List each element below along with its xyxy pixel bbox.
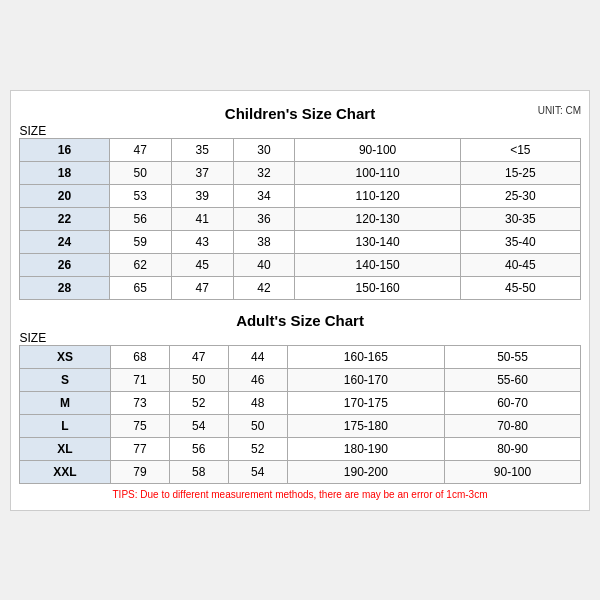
table-cell: 53 [109,184,171,207]
table-cell: 38 [233,230,295,253]
table-cell: XL [20,437,111,460]
table-cell: 71 [110,368,169,391]
table-cell: 160-170 [287,368,444,391]
table-row: XXL795854190-20090-100 [20,460,581,483]
table-cell: XS [20,345,111,368]
table-cell: 32 [233,161,295,184]
adult-header-row: SIZE [20,331,581,346]
table-cell: 42 [233,276,295,299]
table-cell: 75 [110,414,169,437]
table-cell: 54 [228,460,287,483]
table-cell: 160-165 [287,345,444,368]
children-section-title: Children's Size Chart UNIT: CM [19,99,581,124]
table-cell: 45 [171,253,233,276]
table-cell: 28 [20,276,110,299]
table-cell: 46 [228,368,287,391]
table-row: L755450175-18070-80 [20,414,581,437]
table-cell: 60-70 [445,391,581,414]
table-cell: 40-45 [460,253,580,276]
table-cell: 90-100 [295,138,460,161]
table-cell: 26 [20,253,110,276]
table-cell: 140-150 [295,253,460,276]
children-size-table: SIZE 1647353090-100<1518503732100-11015-… [19,124,581,300]
table-cell: 58 [169,460,228,483]
table-cell: S [20,368,111,391]
table-cell: 110-120 [295,184,460,207]
table-cell: 39 [171,184,233,207]
table-cell: 43 [171,230,233,253]
table-row: S715046160-17055-60 [20,368,581,391]
table-cell: 34 [233,184,295,207]
table-cell: 30 [233,138,295,161]
table-cell: 70-80 [445,414,581,437]
table-cell: 48 [228,391,287,414]
table-row: 28654742150-16045-50 [20,276,581,299]
adult-size-table: SIZE XS684744160-16550-55S715046160-1705… [19,331,581,484]
table-row: 18503732100-11015-25 [20,161,581,184]
tips-text: TIPS: Due to different measurement metho… [19,484,581,502]
table-cell: 18 [20,161,110,184]
table-cell: 62 [109,253,171,276]
table-cell: 180-190 [287,437,444,460]
table-cell: 100-110 [295,161,460,184]
table-cell: XXL [20,460,111,483]
table-cell: 120-130 [295,207,460,230]
table-row: 20533934110-12025-30 [20,184,581,207]
table-cell: 80-90 [445,437,581,460]
table-cell: 35 [171,138,233,161]
table-cell: 50 [169,368,228,391]
children-title-text: Children's Size Chart [225,105,375,122]
table-cell: 54 [169,414,228,437]
table-cell: 59 [109,230,171,253]
table-cell: 35-40 [460,230,580,253]
table-cell: 37 [171,161,233,184]
table-cell: 56 [169,437,228,460]
table-cell: L [20,414,111,437]
table-cell: 50 [228,414,287,437]
table-cell: 73 [110,391,169,414]
table-cell: 25-30 [460,184,580,207]
table-row: XL775652180-19080-90 [20,437,581,460]
table-row: 22564136120-13030-35 [20,207,581,230]
table-cell: 90-100 [445,460,581,483]
table-cell: 16 [20,138,110,161]
table-cell: 50-55 [445,345,581,368]
table-cell: M [20,391,111,414]
table-cell: 55-60 [445,368,581,391]
table-cell: 44 [228,345,287,368]
table-cell: 47 [169,345,228,368]
adult-section-title: Adult's Size Chart [19,306,581,331]
table-cell: 130-140 [295,230,460,253]
table-row: XS684744160-16550-55 [20,345,581,368]
table-cell: 40 [233,253,295,276]
table-cell: 30-35 [460,207,580,230]
table-cell: 36 [233,207,295,230]
table-cell: 22 [20,207,110,230]
table-cell: 65 [109,276,171,299]
table-cell: 15-25 [460,161,580,184]
table-cell: 24 [20,230,110,253]
table-cell: 47 [109,138,171,161]
table-cell: 50 [109,161,171,184]
children-header-row: SIZE [20,124,581,139]
table-cell: 52 [169,391,228,414]
table-cell: 45-50 [460,276,580,299]
table-row: 26624540140-15040-45 [20,253,581,276]
table-row: 1647353090-100<15 [20,138,581,161]
table-cell: 56 [109,207,171,230]
table-cell: 77 [110,437,169,460]
table-cell: 41 [171,207,233,230]
table-cell: 190-200 [287,460,444,483]
table-cell: 47 [171,276,233,299]
table-cell: 170-175 [287,391,444,414]
chart-container: Children's Size Chart UNIT: CM SIZE 1647… [10,90,590,511]
unit-label: UNIT: CM [538,105,581,116]
table-cell: 68 [110,345,169,368]
table-cell: 20 [20,184,110,207]
table-cell: 150-160 [295,276,460,299]
table-cell: 79 [110,460,169,483]
adult-title-text: Adult's Size Chart [236,312,364,329]
table-row: M735248170-17560-70 [20,391,581,414]
table-row: 24594338130-14035-40 [20,230,581,253]
table-cell: <15 [460,138,580,161]
